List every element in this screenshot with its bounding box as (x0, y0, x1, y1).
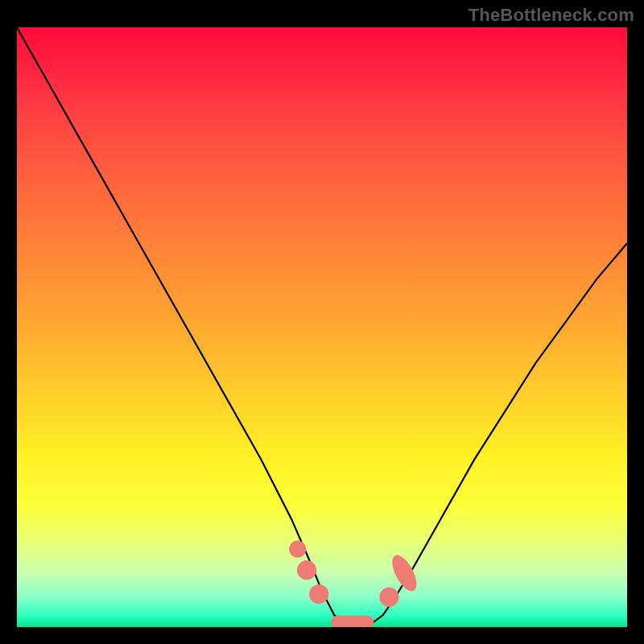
right-cluster-1 (379, 588, 398, 607)
chart-plot-area (17, 27, 627, 627)
chart-svg (17, 27, 627, 627)
chart-markers (289, 541, 421, 627)
watermark-text: TheBottleneck.com (469, 5, 634, 26)
left-cluster-2 (297, 560, 316, 580)
bottleneck-curve (17, 27, 627, 627)
left-cluster-3 (309, 584, 328, 604)
left-cluster-1 (289, 541, 306, 558)
bottom-bar (331, 616, 374, 627)
chart-frame: TheBottleneck.com (0, 0, 644, 644)
